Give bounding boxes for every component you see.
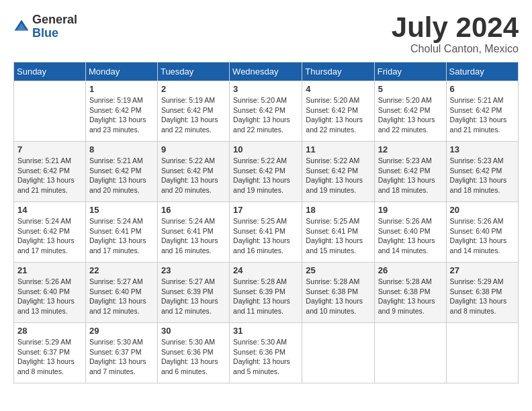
sunrise: Sunrise: 5:23 AM (378, 156, 432, 165)
sunrise: Sunrise: 5:23 AM (450, 156, 504, 165)
sunset: Sunset: 6:42 PM (378, 167, 431, 175)
sunrise: Sunrise: 5:19 AM (89, 96, 143, 104)
calendar-cell (302, 323, 374, 383)
day-info: Sunrise: 5:24 AM Sunset: 6:41 PM Dayligh… (89, 216, 154, 256)
calendar-cell: 23 Sunrise: 5:27 AM Sunset: 6:39 PM Dayl… (157, 263, 229, 323)
day-info: Sunrise: 5:29 AM Sunset: 6:37 PM Dayligh… (17, 337, 82, 377)
weekday-header: Friday (374, 62, 446, 81)
sunrise: Sunrise: 5:30 AM (233, 338, 287, 346)
logo-blue: Blue (32, 27, 77, 40)
day-info: Sunrise: 5:23 AM Sunset: 6:42 PM Dayligh… (450, 156, 515, 195)
sunset: Sunset: 6:42 PM (233, 106, 285, 114)
calendar-cell: 20 Sunrise: 5:26 AM Sunset: 6:40 PM Dayl… (446, 202, 518, 263)
calendar-cell: 2 Sunrise: 5:19 AM Sunset: 6:42 PM Dayli… (157, 81, 229, 142)
calendar-cell: 6 Sunrise: 5:21 AM Sunset: 6:42 PM Dayli… (446, 81, 518, 142)
day-info: Sunrise: 5:26 AM Sunset: 6:40 PM Dayligh… (450, 216, 515, 256)
day-info: Sunrise: 5:25 AM Sunset: 6:41 PM Dayligh… (233, 216, 298, 256)
sunrise: Sunrise: 5:20 AM (233, 96, 287, 104)
sunset: Sunset: 6:36 PM (233, 348, 285, 356)
calendar-week-row: 1 Sunrise: 5:19 AM Sunset: 6:42 PM Dayli… (14, 81, 519, 142)
day-info: Sunrise: 5:20 AM Sunset: 6:42 PM Dayligh… (378, 95, 443, 135)
sunrise: Sunrise: 5:27 AM (161, 277, 215, 285)
weekday-header: Saturday (446, 62, 518, 81)
daylight: Daylight: 13 hours and 17 minutes. (17, 236, 75, 255)
daylight: Daylight: 13 hours and 17 minutes. (89, 236, 146, 255)
weekday-header: Tuesday (157, 62, 229, 81)
calendar-table: SundayMondayTuesdayWednesdayThursdayFrid… (13, 62, 519, 383)
day-info: Sunrise: 5:27 AM Sunset: 6:40 PM Dayligh… (89, 277, 154, 316)
sunset: Sunset: 6:42 PM (161, 106, 214, 114)
daylight: Daylight: 13 hours and 23 minutes. (89, 116, 146, 134)
title-block: July 2024 Cholul Canton, Mexico (392, 13, 519, 55)
daylight: Daylight: 13 hours and 19 minutes. (306, 176, 363, 194)
sunset: Sunset: 6:42 PM (450, 106, 502, 114)
day-info: Sunrise: 5:23 AM Sunset: 6:42 PM Dayligh… (378, 156, 443, 195)
day-number: 25 (306, 265, 370, 275)
calendar-cell: 19 Sunrise: 5:26 AM Sunset: 6:40 PM Dayl… (374, 202, 446, 263)
calendar-cell: 30 Sunrise: 5:30 AM Sunset: 6:36 PM Dayl… (157, 323, 229, 383)
day-info: Sunrise: 5:19 AM Sunset: 6:42 PM Dayligh… (161, 95, 226, 135)
calendar-cell: 12 Sunrise: 5:23 AM Sunset: 6:42 PM Dayl… (374, 142, 446, 202)
calendar-cell: 9 Sunrise: 5:22 AM Sunset: 6:42 PM Dayli… (157, 142, 229, 202)
weekday-header: Wednesday (230, 62, 302, 81)
day-number: 15 (89, 205, 154, 215)
day-info: Sunrise: 5:30 AM Sunset: 6:37 PM Dayligh… (89, 337, 154, 377)
logo-text: General Blue (32, 13, 77, 40)
day-info: Sunrise: 5:24 AM Sunset: 6:41 PM Dayligh… (161, 216, 226, 256)
sunrise: Sunrise: 5:29 AM (450, 277, 504, 285)
sunrise: Sunrise: 5:22 AM (233, 156, 287, 165)
calendar-cell: 22 Sunrise: 5:27 AM Sunset: 6:40 PM Dayl… (85, 263, 157, 323)
sunrise: Sunrise: 5:26 AM (450, 217, 504, 225)
sunrise: Sunrise: 5:20 AM (378, 96, 432, 104)
daylight: Daylight: 13 hours and 22 minutes. (306, 116, 363, 134)
day-number: 27 (450, 265, 515, 275)
sunrise: Sunrise: 5:28 AM (233, 277, 287, 285)
sunrise: Sunrise: 5:24 AM (89, 217, 143, 225)
calendar-cell: 13 Sunrise: 5:23 AM Sunset: 6:42 PM Dayl… (446, 142, 518, 202)
daylight: Daylight: 13 hours and 18 minutes. (450, 176, 507, 194)
sunset: Sunset: 6:40 PM (89, 287, 142, 295)
day-number: 11 (306, 144, 370, 154)
day-info: Sunrise: 5:26 AM Sunset: 6:40 PM Dayligh… (378, 216, 443, 256)
day-number: 13 (450, 144, 515, 154)
calendar-cell (14, 81, 86, 142)
daylight: Daylight: 13 hours and 8 minutes. (450, 297, 507, 315)
calendar-cell: 7 Sunrise: 5:21 AM Sunset: 6:42 PM Dayli… (14, 142, 86, 202)
calendar-cell: 4 Sunrise: 5:20 AM Sunset: 6:42 PM Dayli… (302, 81, 374, 142)
sunset: Sunset: 6:42 PM (89, 167, 142, 175)
calendar-cell: 8 Sunrise: 5:21 AM Sunset: 6:42 PM Dayli… (85, 142, 157, 202)
sunset: Sunset: 6:42 PM (17, 167, 70, 175)
day-info: Sunrise: 5:28 AM Sunset: 6:39 PM Dayligh… (233, 277, 298, 316)
daylight: Daylight: 13 hours and 19 minutes. (233, 176, 290, 194)
sunset: Sunset: 6:42 PM (306, 167, 358, 175)
sunrise: Sunrise: 5:21 AM (17, 156, 71, 165)
day-info: Sunrise: 5:28 AM Sunset: 6:38 PM Dayligh… (306, 277, 370, 316)
daylight: Daylight: 13 hours and 22 minutes. (378, 116, 435, 134)
weekday-header: Thursday (302, 62, 374, 81)
sunset: Sunset: 6:41 PM (233, 227, 285, 235)
calendar-cell: 11 Sunrise: 5:22 AM Sunset: 6:42 PM Dayl… (302, 142, 374, 202)
day-number: 20 (450, 205, 515, 215)
sunset: Sunset: 6:42 PM (17, 227, 70, 235)
calendar-cell: 16 Sunrise: 5:24 AM Sunset: 6:41 PM Dayl… (157, 202, 229, 263)
daylight: Daylight: 13 hours and 13 minutes. (17, 297, 75, 315)
day-info: Sunrise: 5:21 AM Sunset: 6:42 PM Dayligh… (89, 156, 154, 195)
calendar-week-row: 7 Sunrise: 5:21 AM Sunset: 6:42 PM Dayli… (14, 142, 519, 202)
daylight: Daylight: 13 hours and 21 minutes. (450, 116, 507, 134)
calendar-cell: 24 Sunrise: 5:28 AM Sunset: 6:39 PM Dayl… (230, 263, 302, 323)
calendar-cell: 25 Sunrise: 5:28 AM Sunset: 6:38 PM Dayl… (302, 263, 374, 323)
sunset: Sunset: 6:42 PM (378, 106, 431, 114)
day-number: 29 (89, 326, 154, 336)
sunset: Sunset: 6:41 PM (89, 227, 142, 235)
day-info: Sunrise: 5:30 AM Sunset: 6:36 PM Dayligh… (161, 337, 226, 377)
sunrise: Sunrise: 5:29 AM (17, 338, 71, 346)
day-number: 7 (17, 144, 82, 154)
sunrise: Sunrise: 5:30 AM (161, 338, 215, 346)
calendar-cell: 5 Sunrise: 5:20 AM Sunset: 6:42 PM Dayli… (374, 81, 446, 142)
day-info: Sunrise: 5:24 AM Sunset: 6:42 PM Dayligh… (17, 216, 82, 256)
calendar-cell: 17 Sunrise: 5:25 AM Sunset: 6:41 PM Dayl… (230, 202, 302, 263)
sunset: Sunset: 6:39 PM (233, 287, 285, 295)
day-info: Sunrise: 5:30 AM Sunset: 6:36 PM Dayligh… (233, 337, 298, 377)
calendar-week-row: 14 Sunrise: 5:24 AM Sunset: 6:42 PM Dayl… (14, 202, 519, 263)
calendar-week-row: 21 Sunrise: 5:26 AM Sunset: 6:40 PM Dayl… (14, 263, 519, 323)
